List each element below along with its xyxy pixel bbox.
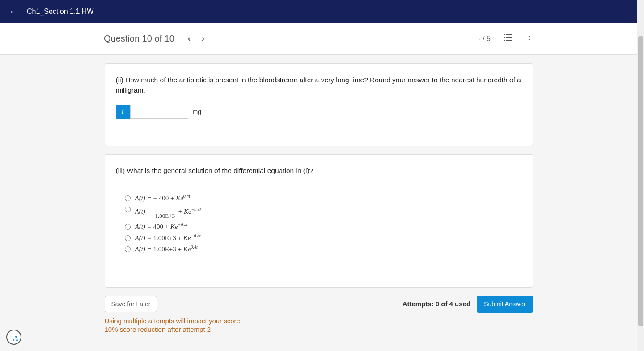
option-b-math: A(t) = 1 1.00E+3 + Ke−0.4t	[135, 205, 201, 220]
next-question-icon[interactable]: ›	[202, 34, 204, 43]
warning-line-1: Using multiple attempts will impact your…	[105, 317, 533, 325]
unit-label: mg	[193, 108, 201, 115]
prev-question-icon[interactable]: ‹	[188, 34, 191, 43]
score-display: - / 5	[478, 35, 491, 43]
assignment-title: Ch1_Section 1.1 HW	[27, 8, 93, 16]
more-options-icon[interactable]: ⋮	[525, 34, 534, 44]
attempts-counter: Attempts: 0 of 4 used	[402, 300, 471, 308]
option-a-math: A(t) = − 400 + Ke0.4t	[135, 194, 191, 202]
svg-rect-3	[506, 37, 512, 38]
question-part-ii-card: (ii) How much of the antibiotic is prese…	[105, 63, 533, 146]
option-c-row[interactable]: A(t) = 400 + Ke−0.4t	[125, 222, 522, 231]
answer-input-row: i mg	[116, 105, 522, 119]
option-e-radio[interactable]	[125, 246, 131, 252]
content-area: (ii) How much of the antibiotic is prese…	[0, 55, 637, 351]
svg-rect-4	[504, 40, 505, 41]
right-controls: - / 5 ⋮	[478, 34, 534, 44]
question-nav-bar: Question 10 of 10 ‹ › - / 5 ⋮	[0, 23, 637, 55]
scrollbar-track[interactable]	[637, 0, 644, 351]
option-c-radio[interactable]	[125, 224, 131, 230]
question-counter: Question 10 of 10	[104, 34, 174, 44]
option-a-row[interactable]: A(t) = − 400 + Ke0.4t	[125, 194, 522, 202]
question-part-iii-card: (iii) What is the general solution of th…	[105, 154, 533, 288]
option-c-math: A(t) = 400 + Ke−0.4t	[135, 222, 188, 231]
option-e-math: A(t) = 1.00E+3 + Ke0.4t	[135, 245, 198, 253]
fraction: 1 1.00E+3	[153, 205, 177, 220]
svg-rect-5	[506, 40, 512, 41]
back-arrow-icon[interactable]: ←	[9, 6, 19, 17]
svg-rect-1	[506, 34, 512, 35]
part-ii-prompt: (ii) How much of the antibiotic is prese…	[116, 75, 522, 96]
warning-line-2: 10% score reduction after attempt 2	[105, 326, 533, 333]
svg-rect-0	[504, 34, 505, 35]
nav-arrows: ‹ ›	[188, 34, 204, 43]
footer-row: Save for Later Attempts: 0 of 4 used Sub…	[105, 296, 533, 313]
submit-answer-button[interactable]: Submit Answer	[477, 296, 533, 313]
svg-rect-2	[504, 37, 505, 38]
option-b-row[interactable]: A(t) = 1 1.00E+3 + Ke−0.4t	[125, 205, 522, 220]
option-d-row[interactable]: A(t) = 1.00E+3 + Ke−0.4t	[125, 233, 522, 242]
option-e-row[interactable]: A(t) = 1.00E+3 + Ke0.4t	[125, 245, 522, 253]
option-b-radio[interactable]	[125, 207, 131, 212]
option-d-radio[interactable]	[125, 235, 131, 241]
list-icon[interactable]	[504, 34, 512, 43]
info-button[interactable]: i	[116, 105, 130, 119]
part-iii-prompt: (iii) What is the general solution of th…	[116, 165, 522, 176]
scrollbar-thumb[interactable]	[638, 36, 643, 326]
top-bar: ← Ch1_Section 1.1 HW	[0, 0, 637, 23]
option-a-radio[interactable]	[125, 195, 131, 201]
option-d-math: A(t) = 1.00E+3 + Ke−0.4t	[135, 233, 201, 242]
save-for-later-button[interactable]: Save for Later	[105, 296, 157, 312]
answer-input[interactable]	[130, 105, 188, 119]
cookie-settings-icon[interactable]	[6, 330, 21, 345]
